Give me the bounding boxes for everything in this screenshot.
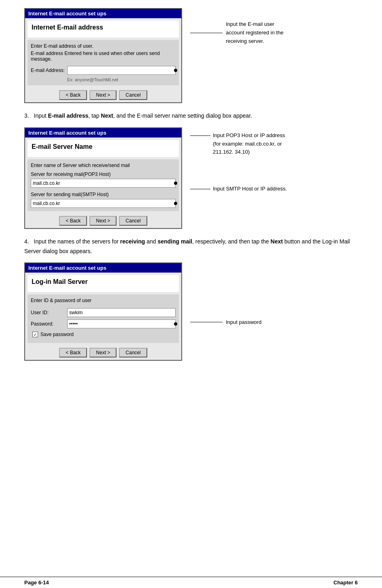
- annotation1-text: Input the E-mail user account registered…: [226, 20, 283, 45]
- step3-bold2: Next: [101, 112, 113, 119]
- dialog2-label-pop3: Server for receiving mail(POP3 Host): [31, 171, 176, 177]
- dialog2-back-button[interactable]: < Back: [59, 216, 87, 226]
- step3-text1: Input: [34, 112, 48, 119]
- dialog2-titlebar: Internet E-mail account set ups: [25, 128, 181, 137]
- dialog2-cancel-button[interactable]: Cancel: [119, 216, 147, 226]
- dialog1: Internet E-mail account set ups Internet…: [24, 8, 182, 103]
- step4-text2: and: [145, 238, 157, 245]
- dialog3-back-button[interactable]: < Back: [59, 348, 87, 357]
- step4-bold2: sending mail: [157, 238, 192, 245]
- annotation3: Input password: [190, 262, 261, 325]
- save-password-label: Save password: [40, 332, 74, 337]
- step4-number: 4.: [24, 238, 29, 245]
- dialog1-connector-dot: [174, 69, 177, 72]
- step4-bold1: receiving: [120, 238, 145, 245]
- dialog2-body-line1: Enter name of Server which receive/send …: [31, 163, 176, 168]
- annotation2b-line: [190, 189, 210, 189]
- dialog2-pop3-dot: [174, 182, 177, 185]
- dialog2-label-smtp: Server for sending mail(SMTP Host): [31, 192, 176, 197]
- dialog3-next-button[interactable]: Next >: [89, 348, 117, 357]
- dialog3-userid-input[interactable]: [67, 308, 176, 317]
- step3-number: 3.: [24, 112, 29, 119]
- annotation2b: Input SMTP Host or IP address.: [190, 185, 287, 193]
- annotation1-line: [190, 33, 223, 33]
- step3-bold1: E-mail address: [48, 112, 89, 119]
- annotation3-text: Input password: [226, 319, 261, 325]
- step4-text3: , respectively, and then tap the: [192, 238, 271, 245]
- annotation2a-text: Input POP3 Host or IP address (for examp…: [213, 131, 285, 157]
- step4-bold3: Next: [271, 238, 283, 245]
- page-footer: Page 6-14 Chapter 6: [0, 577, 382, 588]
- dialog3-cancel-button[interactable]: Cancel: [119, 348, 147, 357]
- dialog2-section-title: E-mail Server Name: [32, 143, 175, 150]
- dialog2-annotations: Input POP3 Host or IP address (for examp…: [190, 127, 287, 193]
- dialog1-body-line1: Enter E-mail address of user.: [31, 43, 176, 49]
- dialog1-next-button[interactable]: Next >: [89, 90, 117, 100]
- footer-right: Chapter 6: [333, 580, 358, 586]
- dialog1-back-button[interactable]: < Back: [59, 90, 87, 100]
- step4-text: 4. Input the names of the servers for re…: [24, 237, 358, 256]
- dialog3-section-title: Log-in Mail Server: [32, 278, 175, 286]
- dialog1-body-line2: E-mail address Entered here is used when…: [31, 51, 176, 62]
- dialog3-body-line1: Enter ID & password of user: [31, 298, 176, 303]
- dialog1-email-label: E-mail Address:: [31, 68, 67, 73]
- dialog1-titlebar: Internet E-mail account set ups: [25, 9, 181, 18]
- dialog2-next-button[interactable]: Next >: [89, 216, 117, 226]
- dialog3-userid-label: User ID:: [31, 310, 67, 315]
- annotation2a-line: [190, 135, 210, 136]
- dialog1-hint: Ex: anyone@TouchMI.net: [67, 77, 176, 82]
- step3-text2: , tap: [88, 112, 101, 119]
- annotation3-line: [190, 322, 223, 322]
- dialog3-titlebar: Internet E-mail account set ups: [25, 263, 181, 273]
- dialog3: Internet E-mail account set ups Log-in M…: [24, 262, 182, 361]
- dialog3-password-label: Password:: [31, 321, 67, 327]
- step3-text3: , and the E-mail server name setting dia…: [113, 112, 252, 119]
- footer-left: Page 6-14: [24, 580, 49, 586]
- dialog3-password-dot: [174, 322, 177, 326]
- dialog2-pop3-input[interactable]: [31, 179, 176, 188]
- dialog1-section-title: Internet E-mail address: [32, 24, 175, 31]
- step3-text: 3. Input E-mail address, tap Next, and t…: [24, 111, 358, 121]
- dialog3-password-input[interactable]: [67, 319, 176, 328]
- dialog1-cancel-button[interactable]: Cancel: [119, 90, 147, 100]
- dialog2-smtp-input[interactable]: [31, 199, 176, 208]
- annotation2a: Input POP3 Host or IP address (for examp…: [190, 131, 287, 157]
- dialog2: Internet E-mail account set ups E-mail S…: [24, 127, 182, 229]
- step4-text1: Input the names of the servers for: [34, 238, 120, 245]
- dialog2-smtp-dot: [174, 202, 177, 205]
- save-password-checkbox[interactable]: ✓: [32, 332, 38, 337]
- annotation2b-text: Input SMTP Host or IP address.: [213, 185, 287, 193]
- dialog1-email-input[interactable]: [67, 66, 176, 75]
- annotation1: Input the E-mail user account registered…: [190, 8, 283, 45]
